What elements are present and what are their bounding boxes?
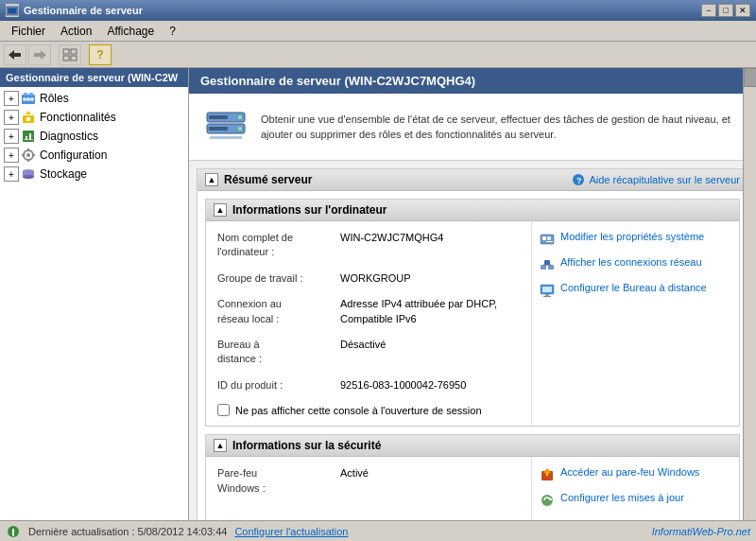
sidebar-item-diagnostics[interactable]: + Diagnostics — [0, 127, 188, 146]
expand-roles[interactable]: + — [4, 91, 19, 106]
svg-rect-6 — [34, 53, 42, 57]
svg-rect-20 — [23, 131, 34, 142]
sidebar: Gestionnaire de serveur (WIN-C2W + Rôles… — [0, 68, 189, 520]
expand-configuration[interactable]: + — [4, 148, 19, 163]
fonctionnalites-label: Fonctionnalités — [40, 111, 116, 124]
configurer-mises-a-jour-link[interactable]: Configurer les mises à jour — [540, 492, 731, 508]
menu-affichage[interactable]: Affichage — [99, 23, 162, 40]
resume-section: ▲ Résumé serveur ? Aide récapitulative s… — [197, 168, 748, 520]
afficher-connexions-link[interactable]: Afficher les connexions réseau — [540, 256, 731, 272]
svg-marker-56 — [543, 468, 551, 473]
title-bar-buttons: − □ ✕ — [701, 4, 750, 17]
svg-marker-18 — [26, 111, 31, 114]
security-info-header: ▲ Informations sur la sécurité — [206, 435, 739, 457]
minimize-button[interactable]: − — [701, 4, 716, 17]
sidebar-item-fonctionnalites[interactable]: + Fonctionnalités — [0, 108, 188, 127]
svg-rect-52 — [542, 287, 552, 292]
resume-collapse-btn[interactable]: ▲ — [205, 173, 218, 186]
expand-stockage[interactable]: + — [4, 166, 19, 182]
forward-button[interactable] — [28, 44, 51, 65]
svg-point-62 — [12, 534, 14, 536]
svg-rect-36 — [209, 127, 228, 131]
svg-rect-45 — [546, 241, 553, 242]
computer-info-right: Modifier les propriétés système Afficher… — [531, 221, 739, 426]
security-info-left: Pare-feuWindows : Activé — [206, 457, 531, 520]
svg-point-16 — [30, 97, 34, 101]
update-icon — [540, 493, 555, 508]
main-layout: Gestionnaire de serveur (WIN-C2W + Rôles… — [0, 68, 756, 520]
svg-rect-48 — [544, 260, 550, 265]
console-checkbox[interactable] — [217, 404, 230, 416]
menu-fichier[interactable]: Fichier — [4, 23, 53, 40]
svg-point-37 — [238, 115, 242, 119]
acceder-parefeu-link[interactable]: Accéder au pare-feu Windows — [540, 466, 731, 482]
security-info-title: ▲ Informations sur la sécurité — [214, 439, 381, 452]
maximize-button[interactable]: □ — [718, 4, 733, 17]
svg-rect-39 — [210, 136, 242, 139]
title-bar: Gestionnaire de serveur − □ ✕ — [0, 0, 756, 21]
title-bar-icon — [6, 4, 19, 17]
window-title: Gestionnaire de serveur — [24, 5, 701, 16]
modifier-icon — [540, 232, 555, 247]
security-info-body: Pare-feuWindows : Activé Accéder au pare… — [206, 457, 739, 520]
computer-collapse-btn[interactable]: ▲ — [214, 203, 227, 217]
aide-recapitulative-link[interactable]: ? Aide récapitulative sur le serveur — [572, 173, 740, 186]
svg-rect-61 — [12, 529, 14, 534]
diagnostics-icon — [21, 129, 36, 144]
firewall-value: Activé — [340, 466, 520, 496]
info-row-firewall: Pare-feuWindows : Activé — [217, 466, 520, 496]
console-checkbox-label: Ne pas afficher cette console à l'ouvert… — [235, 405, 482, 416]
computer-info-body: Nom complet del'ordinateur : WIN-C2WJC7M… — [206, 221, 739, 426]
info-row-workgroup: Groupe de travail : WORKGROUP — [217, 271, 520, 286]
svg-rect-43 — [542, 236, 546, 240]
configurer-bureau-link[interactable]: Configurer le Bureau à distance — [540, 282, 731, 298]
close-button[interactable]: ✕ — [735, 4, 750, 17]
configuration-label: Configuration — [40, 148, 107, 162]
scrollbar-thumb[interactable] — [744, 68, 756, 87]
view-button[interactable] — [59, 44, 81, 65]
desktop-value: Désactivé — [340, 338, 520, 367]
computer-info-left: Nom complet del'ordinateur : WIN-C2WJC7M… — [206, 221, 531, 426]
menu-action[interactable]: Action — [53, 23, 99, 40]
console-checkbox-row: Ne pas afficher cette console à l'ouvert… — [217, 404, 520, 416]
content-header: Gestionnaire de serveur (WIN-C2WJC7MQHG4… — [189, 68, 756, 94]
product-value: 92516-083-1000042-76950 — [340, 378, 520, 393]
svg-rect-47 — [548, 265, 554, 270]
help-toolbar-button[interactable]: ? — [89, 44, 112, 65]
modifier-proprietes-link[interactable]: Modifier les propriétés système — [540, 231, 731, 247]
computer-info-label: Informations sur l'ordinateur — [232, 203, 387, 217]
svg-rect-54 — [543, 296, 551, 297]
svg-rect-13 — [29, 93, 33, 96]
product-label: ID du produit : — [217, 378, 340, 393]
svg-rect-4 — [13, 53, 21, 57]
expand-fonctionnalites[interactable]: + — [4, 110, 19, 125]
svg-rect-7 — [63, 49, 69, 54]
sidebar-item-configuration[interactable]: + Configuration — [0, 146, 188, 165]
configure-update-link[interactable]: Configurer l'actualisation — [234, 526, 348, 537]
menu-bar: Fichier Action Affichage ? — [0, 21, 756, 42]
sidebar-item-stockage[interactable]: + Stockage — [0, 165, 188, 183]
status-bar: Dernière actualisation : 5/08/2012 14:03… — [0, 520, 756, 541]
svg-rect-26 — [27, 148, 29, 151]
sidebar-tree: + Rôles + Fonctionn — [0, 87, 188, 185]
firewall-label: Pare-feuWindows : — [217, 466, 340, 496]
svg-point-32 — [23, 175, 34, 179]
stockage-icon — [21, 166, 36, 182]
menu-help[interactable]: ? — [162, 23, 183, 40]
security-collapse-btn[interactable]: ▲ — [214, 439, 227, 452]
aide-link-text: Aide récapitulative sur le serveur — [589, 174, 740, 185]
roles-icon — [21, 91, 36, 106]
remote-desktop-icon — [540, 283, 555, 298]
info-row-product: ID du produit : 92516-083-1000042-76950 — [217, 378, 520, 393]
svg-rect-10 — [71, 56, 77, 61]
svg-point-38 — [238, 127, 242, 131]
expand-diagnostics[interactable]: + — [4, 129, 19, 144]
svg-rect-12 — [24, 93, 27, 96]
sidebar-header: Gestionnaire de serveur (WIN-C2W — [0, 68, 188, 87]
sidebar-item-roles[interactable]: + Rôles — [0, 89, 188, 108]
info-row-network: Connexion auréseau local : Adresse IPv4 … — [217, 297, 520, 326]
back-button[interactable] — [4, 44, 26, 65]
svg-rect-22 — [29, 133, 31, 140]
security-info-label: Informations sur la sécurité — [232, 439, 381, 452]
network-connections-icon — [540, 257, 555, 272]
